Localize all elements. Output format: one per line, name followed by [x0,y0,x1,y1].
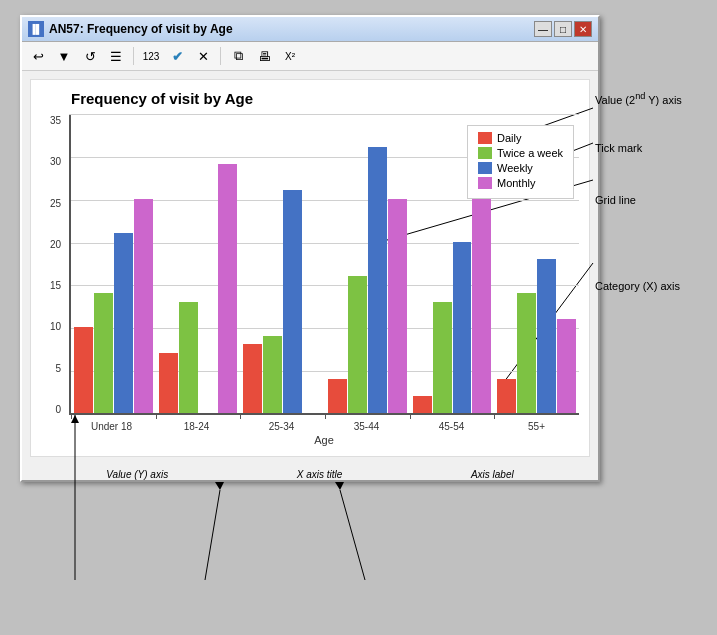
title-bar: ▐▌ AN57: Frequency of visit by Age — □ ✕ [22,17,598,42]
legend: DailyTwice a weekWeeklyMonthly [467,125,574,199]
legend-color [478,147,492,159]
value-2nd-y-annotation: Value (2nd Y) axis [595,90,682,108]
print-button[interactable]: 🖶 [253,45,275,67]
bar [453,242,472,413]
list-button[interactable]: ☰ [105,45,127,67]
bar-group [494,259,579,413]
separator2 [220,47,221,65]
bar [413,396,432,413]
bar [388,199,407,413]
bar-group [325,147,410,413]
check-button[interactable]: ✔ [166,45,188,67]
window-title: AN57: Frequency of visit by Age [49,22,233,36]
y-axis-label: 30 [41,156,65,167]
bar [243,344,262,413]
copy-button[interactable]: ⧉ [227,45,249,67]
bar [537,259,556,413]
maximize-button[interactable]: □ [554,21,572,37]
bar [114,233,133,413]
bar-group [71,199,156,413]
bottom-annotations: Value (Y) axis X axis title Axis label [22,465,598,480]
svg-line-12 [340,490,365,580]
toolbar: ↩ ▼ ↺ ☰ 123 ✔ ✕ ⧉ 🖶 X² [22,42,598,71]
legend-label: Monthly [497,177,536,189]
legend-item: Monthly [478,177,563,189]
bar [94,293,113,413]
bar [263,336,282,413]
tick-mark-annotation: Tick mark [595,140,682,157]
back-button[interactable]: ↩ [27,45,49,67]
legend-item: Twice a week [478,147,563,159]
power-button[interactable]: X² [279,45,301,67]
legend-label: Weekly [497,162,533,174]
axis-label-annotation: Axis label [471,469,514,480]
legend-label: Daily [497,132,521,144]
y-axis-annotation: Value (Y) axis [106,469,168,480]
legend-color [478,132,492,144]
y-axis-label: 15 [41,280,65,291]
y-axis-label: 20 [41,239,65,250]
bar [517,293,536,413]
app-icon: ▐▌ [28,21,44,37]
y-axis-label: 10 [41,321,65,332]
legend-color [478,162,492,174]
y-axis-label: 25 [41,198,65,209]
bar [328,379,347,413]
category-x-annotation: Category (X) axis [595,278,682,295]
chart-title: Frequency of visit by Age [71,90,579,107]
close-button[interactable]: ✕ [574,21,592,37]
bar [134,199,153,413]
number-button[interactable]: 123 [140,45,162,67]
svg-marker-13 [335,482,344,490]
svg-marker-11 [215,482,224,490]
y-axis-label: 0 [41,404,65,415]
y-axis-label: 5 [41,363,65,374]
legend-item: Daily [478,132,563,144]
bar [433,302,452,413]
main-window: ▐▌ AN57: Frequency of visit by Age — □ ✕… [20,15,600,482]
x-axis-title-annotation: X axis title [297,469,343,480]
y-axis-labels: 05101520253035 [41,115,69,415]
bar [348,276,367,413]
cancel-button[interactable]: ✕ [192,45,214,67]
chart-area: Frequency of visit by Age 05101520253035… [30,79,590,457]
bar [159,353,178,413]
bar [179,302,198,413]
grid-line-annotation: Grid line [595,192,682,209]
bar [283,190,302,413]
minimize-button[interactable]: — [534,21,552,37]
legend-item: Weekly [478,162,563,174]
bar [74,327,93,413]
bar [557,319,576,413]
separator [133,47,134,65]
legend-label: Twice a week [497,147,563,159]
bar-group [156,164,241,413]
refresh-button[interactable]: ↺ [79,45,101,67]
chart-body: DailyTwice a weekWeeklyMonthly [69,115,579,415]
y-axis-label: 35 [41,115,65,126]
bar [497,379,516,413]
svg-line-10 [205,490,220,580]
legend-color [478,177,492,189]
bar [218,164,237,413]
right-annotations: Value (2nd Y) axis Tick mark Grid line C… [595,90,682,295]
bar-group [240,190,325,413]
bar [368,147,387,413]
x-axis-title: Age [69,434,579,446]
filter-button[interactable]: ▼ [53,45,75,67]
